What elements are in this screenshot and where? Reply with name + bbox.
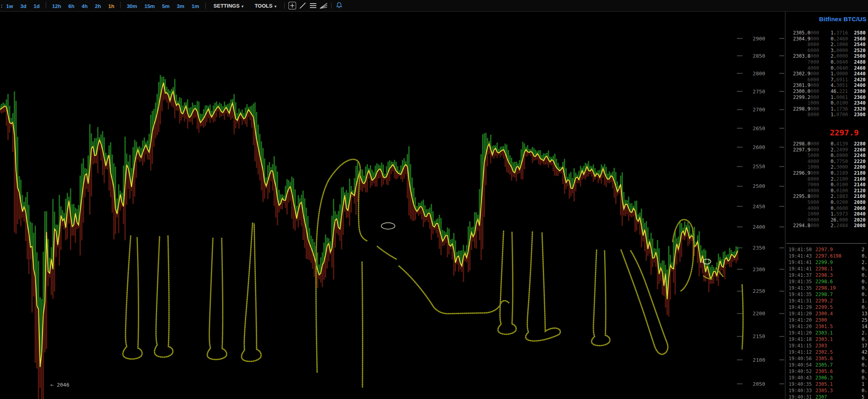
y-tick-label: 2050 — [753, 381, 765, 387]
timeframe-4h[interactable]: 4h — [78, 3, 91, 9]
timeframe-2h[interactable]: 2h — [91, 3, 105, 9]
book-row: 80001.07002300 — [786, 112, 866, 118]
plus-icon[interactable] — [287, 1, 297, 10]
chevron-down-icon: ▾ — [242, 4, 244, 8]
book-row: 60007.69112420 — [786, 77, 866, 83]
book-row: 2298.00000.41392280 — [786, 141, 866, 147]
y-tick-label: 2250 — [753, 288, 765, 294]
camel-line — [207, 238, 227, 359]
toolbar-divider — [46, 2, 46, 8]
low-price-annotation: ← 2046 — [51, 382, 69, 388]
lines-icon[interactable] — [308, 1, 318, 10]
book-row: 2299.20001.00612360 — [786, 95, 866, 101]
book-row: 40000.77502220 — [786, 159, 866, 165]
bell-icon[interactable] — [334, 1, 344, 10]
book-row: 2300.000046.2212380 — [786, 89, 866, 95]
timeframe-1m[interactable]: 1m — [188, 3, 203, 9]
fan-icon[interactable] — [318, 1, 329, 10]
camel-line — [362, 262, 362, 387]
book-row: 2303.80002.00002500 — [786, 53, 866, 59]
book-row: 2298.90001.17362320 — [786, 106, 866, 112]
book-row: 40000.01002120 — [786, 188, 866, 194]
y-tick-label: 2100 — [753, 357, 765, 363]
trade-row: 19:40:522305.60. — [789, 368, 868, 375]
trade-row: 19:41:202301.514 — [789, 323, 868, 330]
chart-canvas[interactable]: 2900285028002750270026502600255025002450… — [0, 12, 785, 399]
y-tick-label: 2450 — [753, 204, 765, 210]
trade-row: 19:40:3123075 — [789, 394, 868, 399]
bid-book: 2298.00000.413922802297.90002.2499226050… — [786, 141, 866, 229]
timeframe-5m[interactable]: 5m — [158, 3, 173, 9]
camel-drawing[interactable] — [123, 159, 743, 387]
y-tick-label: 2500 — [753, 183, 765, 189]
trade-row: 19:41:352298.60. — [789, 278, 868, 285]
book-row: 60003.00002520 — [786, 48, 866, 54]
trade-row: 19:41:122302.542 — [789, 349, 868, 355]
y-tick-label: 2600 — [753, 144, 765, 150]
close-line — [0, 83, 738, 367]
timeframe-3m[interactable]: 3m — [173, 3, 188, 9]
book-row: 2294.80002.24842000 — [786, 223, 866, 229]
last-price: 2297.9 — [830, 128, 859, 137]
trade-row: 19:41:352298.190. — [789, 285, 868, 291]
camel-line — [377, 246, 397, 259]
camel-eye — [381, 223, 395, 229]
camel-line — [154, 236, 173, 357]
tools-menu-label: TOOLS — [255, 3, 273, 9]
toolbar: : 1w3d1d12h6h4h2h1h30m15m5m3m1m SETTINGS… — [0, 0, 868, 12]
market-title: Bitfinex BTC/US — [785, 16, 866, 22]
book-row: 70000.08402480 — [786, 59, 866, 65]
timeframe-1d[interactable]: 1d — [30, 3, 43, 9]
trade-row: 19:41:15230317 — [789, 343, 868, 349]
timeframe-12h[interactable]: 12h — [49, 3, 65, 9]
book-row: 2296.90000.21892180 — [786, 170, 866, 176]
trade-row: 19:40:562305.60. — [789, 355, 868, 362]
y-tick-label: 2850 — [753, 53, 765, 59]
trade-row: 19:41:432297.61980. — [789, 253, 868, 259]
book-row: 40000.08402460 — [786, 65, 866, 71]
book-row: 2305.00001.37162580 — [786, 30, 866, 36]
y-tick-label: 2700 — [753, 107, 765, 113]
timeframe-1h[interactable]: 1h — [105, 3, 118, 9]
trades-list: 19:41:502297.9219:41:432297.61980.19:41:… — [789, 246, 868, 399]
book-row: 70000.01002140 — [786, 182, 866, 188]
tools-menu[interactable]: TOOLS▾ — [249, 3, 282, 9]
timeframe-6h[interactable]: 6h — [65, 3, 78, 9]
settings-menu[interactable]: SETTINGS▾ — [208, 3, 249, 9]
trade-row: 19:40:542305.70. — [789, 362, 868, 368]
camel-line — [742, 285, 743, 349]
timeframe-group: 1w3d1d12h6h4h2h1h30m15m5m3m1m — [2, 2, 202, 10]
price-chart[interactable]: 2900285028002750270026502600255025002450… — [0, 12, 785, 399]
trading-app: : 1w3d1d12h6h4h2h1h30m15m5m3m1m SETTINGS… — [0, 0, 868, 399]
timeframe-3d[interactable]: 3d — [17, 3, 30, 9]
settings-menu-label: SETTINGS — [214, 3, 240, 9]
trendline-icon[interactable] — [297, 1, 308, 10]
price-series — [0, 75, 739, 399]
y-tick-label: 2900 — [753, 36, 765, 42]
trade-row: 19:40:332305.30. — [789, 387, 868, 394]
book-row: 2295.80002.18832100 — [786, 193, 866, 200]
timeframe-15m[interactable]: 15m — [141, 3, 158, 9]
book-row: 80002.21002160 — [786, 176, 866, 182]
trade-row: 19:41:20230025 — [789, 317, 868, 323]
y-tick-label: 2650 — [753, 125, 765, 131]
trade-row: 19:40:352305.11 — [789, 381, 868, 387]
timeframe-30m[interactable]: 30m — [123, 3, 141, 9]
trade-row: 19:41:312299.21. — [789, 298, 868, 304]
book-row: 2302.90001.90002440 — [786, 71, 866, 77]
camel-line — [526, 232, 560, 341]
trade-row: 19:41:182303.10. — [789, 336, 868, 343]
y-tick-label: 2200 — [753, 310, 765, 316]
y-tick-label: 2300 — [753, 266, 765, 272]
book-row: 2297.90002.24992260 — [786, 147, 866, 153]
book-row: 10001.59732040 — [786, 211, 866, 217]
trade-row: 19:41:412298.10. — [789, 266, 868, 272]
book-row: 80002.10002540 — [786, 42, 866, 48]
trade-row: 19:41:412299.92. — [789, 259, 868, 266]
chevron-down-icon: ▾ — [275, 4, 277, 8]
book-row: 40000.06002060 — [786, 206, 866, 212]
toolbar-divider — [205, 2, 206, 9]
timeframe-1w[interactable]: 1w — [2, 3, 16, 9]
y-tick-label: 2750 — [753, 89, 765, 95]
book-row: 2301.90004.30512400 — [786, 83, 866, 89]
